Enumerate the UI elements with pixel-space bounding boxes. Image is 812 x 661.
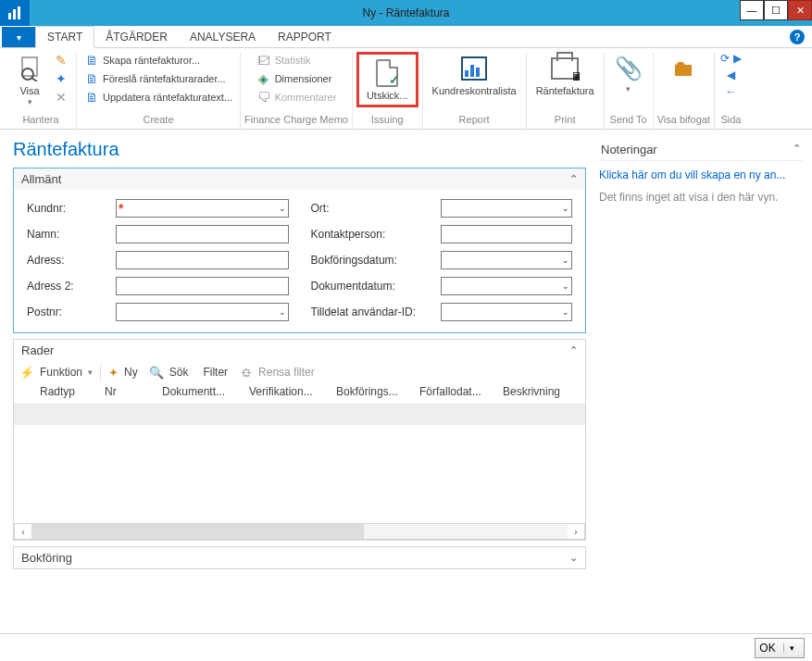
foresla-rader-button[interactable]: 🗎Föreslå räntefakturarader...: [82, 70, 234, 87]
chevron-down-icon: ▾: [28, 98, 32, 107]
back-icon[interactable]: ←: [725, 85, 736, 98]
adress-label: Adress:: [27, 254, 116, 267]
col-radtyp[interactable]: Radtyp: [40, 385, 94, 398]
footer: OK ▾: [0, 633, 812, 661]
col-verifikation[interactable]: Verifikation...: [249, 385, 325, 398]
visa-bifogat-button[interactable]: 🖿: [663, 52, 704, 85]
fasttab-rader-header[interactable]: Rader ⌃: [14, 340, 585, 361]
ribbon: Visa ▾ ✎ ✦ ✕ Hantera 🗎Skapa räntefakturo…: [0, 48, 812, 130]
dimensioner-button[interactable]: ◈Dimensioner: [255, 70, 339, 87]
kundnr-field[interactable]: *⌄: [116, 199, 289, 218]
chevron-down-icon: ⌄: [562, 256, 569, 265]
statistics-icon: 🗠: [256, 53, 271, 68]
ribbon-group-sida: ⟳ ▶ ◀ ← Sida: [715, 52, 747, 129]
minimize-button[interactable]: —: [740, 0, 764, 20]
horizontal-scrollbar[interactable]: ‹ ›: [14, 523, 585, 540]
tab-rapport[interactable]: RAPPORT: [267, 27, 343, 47]
window-title: Ny - Räntefaktura: [0, 6, 812, 19]
filter-button[interactable]: Filter: [203, 366, 228, 379]
fasttab-allmant-header[interactable]: Allmänt ⌃: [14, 168, 585, 190]
noteringar-header[interactable]: Noteringar ⌃: [599, 139, 803, 161]
ribbon-group-issuing: Utskick... Issuing: [353, 52, 423, 129]
visa-button[interactable]: Visa ▾: [9, 52, 50, 109]
ok-button[interactable]: OK ▾: [755, 638, 805, 658]
rader-toolbar: ⚡ Funktion ▾ ✦ Ny 🔍 Sök Filter ⯐ Rensa f…: [14, 361, 585, 383]
title-bar: Ny - Räntefaktura — ☐ ✕: [0, 0, 812, 26]
ny-button[interactable]: Ny: [124, 366, 138, 379]
adress-field[interactable]: [116, 251, 289, 269]
noteringar-empty-text: Det finns inget att visa i den här vyn.: [599, 191, 803, 204]
tab-analysera[interactable]: ANALYSERA: [179, 27, 267, 47]
ort-field[interactable]: ⌄: [441, 199, 573, 218]
adress2-field[interactable]: [116, 277, 289, 295]
svg-line-5: [31, 78, 37, 81]
col-beskrivning[interactable]: Beskrivning: [503, 385, 560, 398]
print-rantefaktura-button[interactable]: Räntefaktura: [531, 52, 600, 98]
maximize-button[interactable]: ☐: [764, 0, 788, 20]
namn-field[interactable]: [116, 225, 289, 243]
ribbon-group-create: 🗎Skapa räntefakturor... 🗎Föreslå räntefa…: [77, 52, 241, 129]
close-button[interactable]: ✕: [788, 0, 812, 20]
delete-button[interactable]: ✕: [52, 89, 70, 106]
list-row-empty: [14, 405, 585, 425]
list-body[interactable]: [14, 425, 585, 521]
col-dokument[interactable]: Dokumentt...: [162, 385, 238, 398]
tab-atgarder[interactable]: ÅTGÄRDER: [94, 27, 179, 47]
edit-button[interactable]: ✎: [52, 52, 70, 69]
kontakt-field[interactable]: [441, 225, 573, 243]
scroll-track[interactable]: [31, 524, 568, 539]
scroll-thumb[interactable]: [31, 524, 364, 539]
sok-button[interactable]: Sök: [169, 366, 189, 379]
dimensions-icon: ◈: [256, 71, 271, 86]
new-button[interactable]: ✦: [52, 70, 70, 87]
postnr-field[interactable]: ⌄: [116, 303, 289, 321]
new-row-icon: ✦: [108, 366, 119, 380]
funktion-menu[interactable]: Funktion: [40, 366, 82, 379]
rensa-filter-button[interactable]: Rensa filter: [258, 366, 315, 379]
file-tab[interactable]: ▾: [2, 27, 35, 47]
chevron-down-icon: ⌄: [562, 281, 569, 291]
table-header: Radtyp Nr Dokumentt... Verifikation... B…: [14, 383, 585, 405]
svg-rect-3: [22, 57, 37, 76]
sendto-button[interactable]: 📎 ▾: [608, 52, 649, 96]
tab-start[interactable]: START: [35, 26, 94, 48]
col-nr[interactable]: Nr: [105, 385, 151, 398]
ribbon-group-report: Kundreskontralista Report: [423, 52, 527, 129]
send-to-icon: 📎: [614, 54, 643, 83]
side-pane-noteringar: Noteringar ⌃ Klicka här om du vill skapa…: [599, 130, 812, 633]
statistik-button[interactable]: 🗠Statistik: [255, 52, 339, 69]
highlight-utskick: Utskick...: [356, 52, 418, 107]
adress2-label: Adress 2:: [27, 280, 116, 293]
kommentarer-button[interactable]: 🗨Kommentarer: [255, 89, 339, 106]
create-finance-icon: 🗎: [84, 53, 99, 68]
help-icon[interactable]: ?: [790, 30, 805, 44]
chevron-down-icon: ⌄: [562, 204, 569, 213]
uppdatera-text-button[interactable]: 🗎Uppdatera räntefakturatext...: [82, 89, 234, 106]
tilldelat-label: Tilldelat användar-ID:: [311, 306, 441, 318]
lightning-icon: ⚡: [19, 366, 34, 380]
main-pane: Räntefaktura Allmänt ⌃ Kundnr:*⌄ Namn: A…: [0, 130, 599, 633]
kundreskontralista-button[interactable]: Kundreskontralista: [427, 52, 522, 98]
suggest-lines-icon: 🗎: [84, 71, 99, 86]
col-forfallodat[interactable]: Förfallodat...: [419, 385, 492, 398]
utskick-button[interactable]: Utskick...: [361, 56, 414, 103]
prev-icon[interactable]: ◀: [727, 69, 735, 81]
tilldelat-field[interactable]: ⌄: [441, 303, 573, 321]
next-icon[interactable]: ▶: [733, 52, 742, 65]
delete-icon: ✕: [54, 90, 69, 105]
noteringar-create-link[interactable]: Klicka här om du vill skapa en ny an...: [599, 167, 803, 191]
col-bokforings[interactable]: Bokförings...: [336, 385, 408, 398]
scroll-left-icon[interactable]: ‹: [15, 527, 31, 537]
report-chart-icon: [459, 54, 489, 83]
scroll-right-icon[interactable]: ›: [568, 527, 584, 537]
refresh-icon[interactable]: ⟳: [720, 52, 730, 65]
ribbon-group-hantera: Visa ▾ ✎ ✦ ✕ Hantera: [6, 52, 77, 129]
fasttab-bokforing-header[interactable]: Bokföring ⌄: [14, 547, 585, 568]
ribbon-group-sendto: 📎 ▾ Send To: [605, 52, 654, 129]
ribbon-group-visabifogat: 🖿 Visa bifogat: [654, 52, 715, 129]
skapa-rantefakturor-button[interactable]: 🗎Skapa räntefakturor...: [82, 52, 234, 69]
ok-dropdown-icon[interactable]: ▾: [783, 643, 800, 653]
chevron-down-icon: ⌄: [279, 307, 286, 317]
dokumentdatum-field[interactable]: ⌄: [441, 277, 573, 295]
bokforingsdatum-field[interactable]: ⌄: [441, 251, 573, 269]
